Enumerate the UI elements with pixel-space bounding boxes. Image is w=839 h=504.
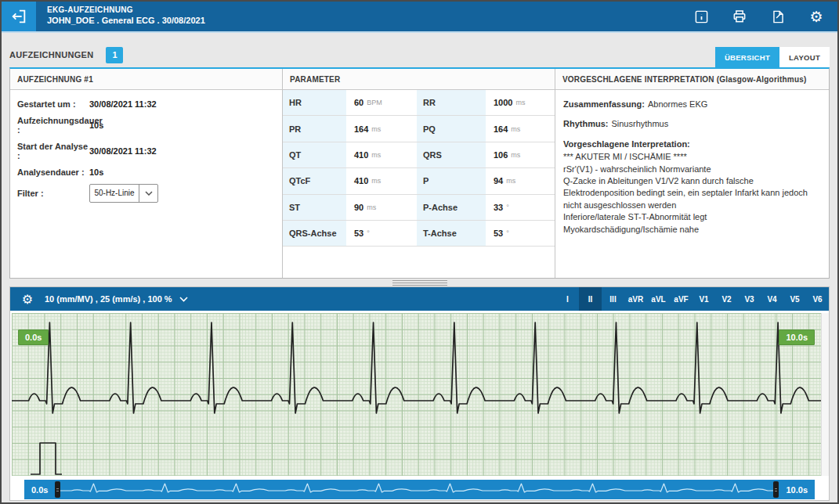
tabs-row: AUFZEICHNUNGEN 1 ÜBERSICHTLAYOUT — [9, 42, 830, 67]
interpretation-panel-title: VORGESCHLAGENE INTERPRETATION (Glasgow-A… — [555, 69, 829, 90]
page-title: EKG-AUFZEICHNUNG — [47, 5, 693, 14]
interpretation-line: *** AKUTER MI / ISCHÄMIE **** — [563, 151, 821, 163]
vertical-scrollbar[interactable] — [821, 313, 829, 476]
parameter-row: PR164msPQ164ms — [283, 116, 555, 142]
lead-button-ii[interactable]: II — [579, 287, 602, 311]
interpretation-line: rSr'(V1) - wahrscheinlich Normvariante — [563, 164, 821, 175]
param-value: 1000ms — [487, 90, 555, 115]
lead-button-avr[interactable]: aVR — [624, 287, 647, 311]
param-label: QT — [283, 142, 348, 167]
parameter-row: ST90msP-Achse33° — [283, 195, 555, 221]
timeline-right-handle[interactable] — [773, 481, 779, 498]
field-value: 30/08/2021 11:32 — [89, 99, 157, 109]
param-label: P — [417, 168, 487, 193]
tab-layout[interactable]: LAYOUT — [779, 47, 830, 67]
param-value: 164ms — [487, 116, 555, 141]
recording-panel: AUFZEICHNUNG #1 Gestartet um :30/08/2021… — [10, 69, 283, 278]
lead-button-iii[interactable]: III — [602, 287, 624, 311]
lead-button-v2[interactable]: V2 — [715, 287, 738, 311]
ecg-chart[interactable]: 0.0s 10.0s — [12, 313, 821, 476]
recordings-label: AUFZEICHNUNGEN — [9, 50, 93, 59]
settings-gear-icon[interactable]: ⚙ — [808, 8, 825, 25]
param-value: 53° — [348, 221, 417, 246]
lead-button-v4[interactable]: V4 — [761, 287, 783, 311]
recording-field: Analysendauer :10s — [17, 167, 275, 177]
info-icon[interactable] — [693, 8, 710, 25]
param-label: HR — [283, 90, 348, 115]
param-value: 33° — [487, 195, 555, 220]
chevron-down-icon — [139, 185, 157, 202]
recording-fields: Gestartet um :30/08/2021 11:32Aufzeichnu… — [17, 99, 275, 177]
parameter-row: QTcF410msP94ms — [283, 168, 555, 194]
timeline-mini-trace — [60, 480, 773, 499]
chart-start-time-badge: 0.0s — [18, 329, 49, 345]
parameter-row: HR60BPMRR1000ms — [283, 90, 555, 116]
filter-dropdown[interactable]: 50-Hz-Linie — [89, 184, 158, 203]
chevron-down-icon — [179, 297, 188, 302]
report-icon[interactable] — [769, 8, 787, 25]
info-panels: AUFZEICHNUNG #1 Gestartet um :30/08/2021… — [9, 67, 830, 279]
recording-field: Aufzeichnungsdauer :10s — [17, 116, 275, 135]
lead-button-v6[interactable]: V6 — [806, 287, 829, 311]
timeline-left-handle[interactable] — [55, 481, 60, 498]
lead-selector: IIIIIIaVRaVLaVFV1V2V3V4V5V6 — [556, 287, 829, 311]
app-window: EKG-AUFZEICHNUNG JOHN_DOE . General ECG … — [0, 0, 839, 504]
recording-field: Start der Analyse :30/08/2021 11:32 — [17, 142, 275, 160]
param-label: PQ — [417, 116, 487, 141]
param-label: QTcF — [283, 168, 348, 193]
param-label: RR — [417, 90, 487, 115]
lead-button-v5[interactable]: V5 — [783, 287, 806, 311]
parameter-table: HR60BPMRR1000msPR164msPQ164msQT410msQRS1… — [283, 90, 555, 278]
ecg-settings-gear-icon[interactable]: ⚙ — [10, 292, 45, 307]
print-icon[interactable] — [731, 8, 748, 25]
field-label: Aufzeichnungsdauer : — [17, 116, 89, 135]
filter-row: Filter : 50-Hz-Linie — [17, 184, 275, 203]
param-value: 410ms — [348, 142, 417, 167]
param-label: QRS — [417, 142, 487, 167]
param-value: 53° — [487, 221, 555, 246]
param-value: 94ms — [487, 168, 555, 193]
param-value: 106ms — [487, 142, 555, 167]
lead-button-v1[interactable]: V1 — [693, 287, 715, 311]
lead-button-i[interactable]: I — [556, 287, 579, 311]
field-label: Start der Analyse : — [17, 142, 89, 160]
view-tabs: ÜBERSICHTLAYOUT — [715, 47, 830, 67]
param-value: 90ms — [348, 195, 417, 220]
param-value: 60BPM — [348, 90, 417, 115]
field-value: 10s — [89, 121, 103, 130]
interpretation-heading: Vorgeschlagene Interpretation: — [563, 139, 821, 150]
recording-field: Gestartet um :30/08/2021 11:32 — [17, 99, 275, 109]
param-label: P-Achse — [417, 195, 487, 220]
breadcrumb: JOHN_DOE . General ECG . 30/08/2021 — [47, 16, 693, 25]
interpretation-panel: VORGESCHLAGENE INTERPRETATION (Glasgow-A… — [555, 69, 829, 278]
summary-line: Zusammenfassung:Abnormes EKG — [563, 99, 821, 110]
interpretation-lines: *** AKUTER MI / ISCHÄMIE ****rSr'(V1) - … — [563, 151, 821, 236]
timeline-start-label: 0.0s — [24, 485, 55, 495]
param-label: QRS-Achse — [283, 221, 348, 246]
param-label: ST — [283, 195, 348, 220]
lead-button-avl[interactable]: aVL — [647, 287, 670, 311]
param-label: PR — [283, 116, 348, 141]
ecg-main: 0.0s 10.0s — [10, 313, 829, 476]
panel-resize-splitter[interactable] — [9, 279, 830, 286]
rhythm-line: Rhythmus:Sinusrhythmus — [563, 118, 821, 130]
scale-dropdown[interactable]: 10 (mm/MV) , 25 (mm/s) , 100 % — [45, 294, 188, 304]
parameter-row: QRS-Achse53°T-Achse53° — [283, 221, 555, 247]
scale-label: 10 (mm/MV) , 25 (mm/s) , 100 % — [45, 294, 172, 304]
main-content: AUFZEICHNUNGEN 1 ÜBERSICHTLAYOUT AUFZEIC… — [2, 42, 837, 501]
param-value: 410ms — [348, 168, 417, 193]
param-label: T-Achse — [417, 221, 487, 246]
ecg-waveform — [12, 313, 821, 476]
timeline-scrollbar[interactable]: 0.0s 10.0s — [24, 480, 815, 499]
header-titles: EKG-AUFZEICHNUNG JOHN_DOE . General ECG … — [36, 2, 693, 31]
tab-übersicht[interactable]: ÜBERSICHT — [715, 47, 779, 67]
lead-button-avf[interactable]: aVF — [670, 287, 693, 311]
parameter-panel: PARAMETER HR60BPMRR1000msPR164msPQ164msQ… — [283, 69, 555, 278]
parameter-panel-title: PARAMETER — [283, 69, 555, 90]
interpretation-line: Q-Zacke in Ableitungen V1/V2 kann durch … — [563, 175, 821, 211]
exit-icon[interactable] — [2, 2, 36, 31]
recording-1-chip[interactable]: 1 — [106, 47, 123, 63]
field-label: Analysendauer : — [17, 167, 89, 177]
lead-button-v3[interactable]: V3 — [738, 287, 761, 311]
chart-end-time-badge: 10.0s — [779, 329, 815, 345]
